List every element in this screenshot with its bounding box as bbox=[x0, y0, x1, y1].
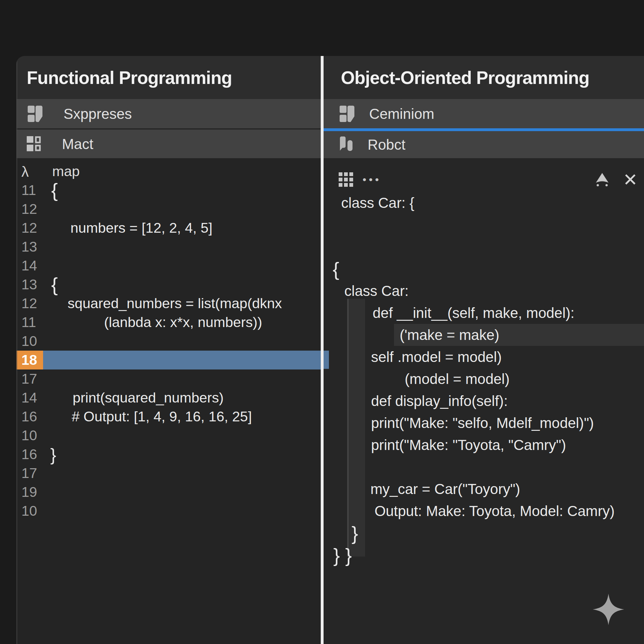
code-line[interactable]: 10 bbox=[16, 332, 321, 351]
code-line[interactable]: } bbox=[324, 522, 644, 544]
line-text: squared_numbers = list(map(dknx bbox=[68, 295, 282, 312]
code-line[interactable]: 12 numbers = [12, 2, 4, 5] bbox=[16, 219, 321, 237]
code-line[interactable]: def display_info(self): bbox=[324, 390, 644, 412]
line-number: 14 bbox=[16, 258, 43, 274]
code-line[interactable]: 13 { bbox=[16, 275, 321, 294]
highlight-notch bbox=[324, 351, 329, 369]
code-line[interactable]: class Car: { bbox=[324, 192, 644, 214]
tab-mact[interactable]: Mact bbox=[16, 130, 321, 158]
line-number: 11 bbox=[16, 182, 43, 198]
indent-guide bbox=[347, 299, 365, 557]
line-text: } bbox=[352, 522, 358, 544]
line-text: print("Make: "selfo, Mdelf_model)") bbox=[371, 414, 594, 431]
code-line[interactable]: { bbox=[324, 258, 644, 280]
code-line[interactable]: 10 bbox=[16, 426, 321, 445]
code-line[interactable]: my_car = Car("Toyory") bbox=[324, 478, 644, 500]
line-text: Output: Make: Toyota, Model: Camry) bbox=[375, 502, 615, 519]
pane-splitter[interactable] bbox=[321, 56, 324, 644]
code-line[interactable]: self .model = model) bbox=[324, 346, 644, 368]
window-panes-icon bbox=[340, 106, 356, 122]
window-panes-icon bbox=[28, 106, 44, 122]
code-line[interactable]: 13 bbox=[16, 237, 321, 256]
line-text: (lanbda x: x*x, numbers)) bbox=[104, 314, 262, 330]
line-number: 11 bbox=[16, 314, 43, 330]
code-line[interactable] bbox=[324, 236, 644, 258]
line-number: 12 bbox=[16, 220, 43, 236]
line-text: (model = model) bbox=[405, 370, 510, 387]
code-line[interactable]: 14 bbox=[16, 256, 321, 275]
code-line[interactable]: } } bbox=[324, 544, 644, 566]
code-line[interactable]: def __init__(self, make, model): bbox=[324, 302, 644, 324]
editor-panel: Functional Programming Sxppreses bbox=[16, 56, 644, 644]
tab-sxppreses[interactable]: Sxppreses bbox=[16, 99, 321, 130]
highlighted-code-line[interactable]: 18 bbox=[16, 351, 321, 369]
code-line[interactable]: 16 # Output: [1, 4, 9, 16, 16, 25] bbox=[16, 407, 321, 426]
left-pane-header: Functional Programming bbox=[16, 56, 321, 99]
tab-robct[interactable]: Robct bbox=[324, 131, 644, 158]
right-pane-header: Object-Oriented Programming bbox=[324, 56, 644, 99]
code-line[interactable]: 11 { bbox=[16, 181, 321, 200]
line-text: } bbox=[50, 444, 56, 465]
line-text: { bbox=[51, 181, 58, 200]
code-line[interactable]: 17 bbox=[16, 464, 321, 483]
file-row-label: map bbox=[52, 163, 80, 180]
tab-mact-label: Mact bbox=[62, 136, 93, 153]
code-line[interactable] bbox=[324, 456, 644, 478]
line-number: 14 bbox=[16, 390, 43, 406]
line-number: 10 bbox=[16, 503, 43, 519]
line-text: { bbox=[333, 258, 339, 280]
split-shapes-icon bbox=[339, 136, 354, 153]
sparkle-icon bbox=[593, 594, 624, 626]
lambda-icon: λ bbox=[16, 163, 43, 180]
tab-ceminiom-label: Ceminiom bbox=[369, 105, 434, 122]
ellipsis-icon[interactable]: ••• bbox=[363, 174, 381, 186]
code-line[interactable]: print("Make: "selfo, Mdelf_model)") bbox=[324, 412, 644, 434]
code-line[interactable]: 10 bbox=[16, 502, 321, 520]
code-line[interactable]: 12 bbox=[16, 200, 321, 219]
line-number: 17 bbox=[16, 465, 43, 481]
right-toolbar: ••• ✕ bbox=[324, 167, 644, 192]
line-number: 19 bbox=[16, 484, 43, 500]
line-text: # Output: [1, 4, 9, 16, 16, 25] bbox=[72, 408, 252, 425]
code-line[interactable] bbox=[324, 214, 644, 236]
line-text: print("Make: "Toyota, "Camry") bbox=[371, 436, 566, 453]
code-line[interactable]: 11 (lanbda x: x*x, numbers)) bbox=[16, 313, 321, 332]
functional-pane: Functional Programming Sxppreses bbox=[16, 56, 321, 644]
code-line[interactable]: 16 } bbox=[16, 445, 321, 464]
code-line[interactable]: 14 print(squared_numbers) bbox=[16, 388, 321, 407]
close-icon[interactable]: ✕ bbox=[623, 169, 638, 190]
code-line[interactable]: print("Make: "Toyota, "Camry") bbox=[324, 434, 644, 456]
line-number: 17 bbox=[16, 371, 43, 387]
line-number: 13 bbox=[16, 276, 43, 293]
line-number-badge: 18 bbox=[16, 351, 43, 369]
tab-sxppreses-label: Sxppreses bbox=[64, 105, 132, 122]
line-number: 13 bbox=[16, 239, 43, 255]
code-line[interactable]: (model = model) bbox=[324, 368, 644, 390]
tab-ceminiom[interactable]: Ceminiom bbox=[324, 99, 644, 131]
line-text: ('make = make) bbox=[400, 326, 499, 343]
code-line[interactable]: 12 squared_numbers = list(map(dknx bbox=[16, 294, 321, 313]
left-code-area: λ map 11 { 12 12 numbers = [12, 2, 4, 5]… bbox=[16, 158, 321, 644]
code-line[interactable]: class Car: bbox=[324, 280, 644, 302]
line-text: { bbox=[51, 275, 58, 294]
grid-quadrants-icon bbox=[27, 136, 42, 152]
file-row-map[interactable]: λ map bbox=[16, 162, 321, 181]
screenshot-stage: Functional Programming Sxppreses bbox=[0, 0, 644, 644]
line-text: numbers = [12, 2, 4, 5] bbox=[70, 220, 213, 236]
line-number: 16 bbox=[16, 446, 43, 463]
line-number: 12 bbox=[16, 295, 43, 312]
code-line-highlight-band[interactable]: ('make = make) bbox=[324, 324, 644, 346]
line-text: def __init__(self, make, model): bbox=[373, 304, 575, 321]
line-text: def display_info(self): bbox=[371, 392, 508, 409]
code-line[interactable]: 17 bbox=[16, 369, 321, 388]
line-text: print(squared_numbers) bbox=[73, 390, 224, 406]
right-pane-title: Object-Oriented Programming bbox=[341, 67, 589, 88]
line-number: 10 bbox=[16, 427, 43, 444]
code-line[interactable]: 19 bbox=[16, 483, 321, 502]
line-number: 12 bbox=[16, 201, 43, 217]
code-line[interactable]: Output: Make: Toyota, Model: Camry) bbox=[324, 500, 644, 522]
line-text: class Car: bbox=[344, 282, 408, 299]
grid-icon[interactable] bbox=[339, 172, 353, 187]
left-pane-title: Functional Programming bbox=[27, 67, 232, 88]
eject-icon[interactable] bbox=[595, 172, 610, 187]
